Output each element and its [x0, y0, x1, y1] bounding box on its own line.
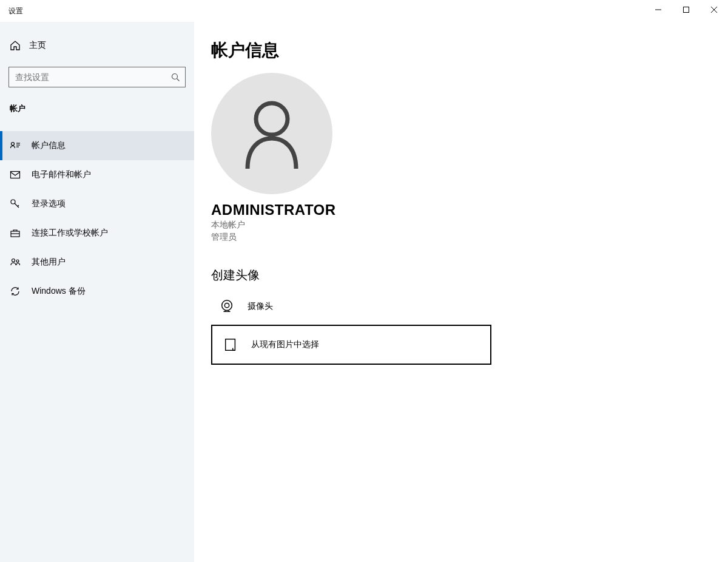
search-box[interactable]	[8, 67, 186, 87]
minimize-icon	[655, 7, 661, 13]
nav-label: 其他用户	[32, 257, 66, 268]
window-controls	[644, 0, 728, 19]
home-label: 主页	[29, 40, 46, 51]
key-icon	[10, 198, 21, 209]
username: ADMINISTRATOR	[211, 201, 728, 218]
nav-label: 连接工作或学校帐户	[32, 228, 108, 239]
browse-icon	[223, 337, 238, 352]
nav-signin-options[interactable]: 登录选项	[0, 189, 194, 218]
maximize-button[interactable]	[672, 0, 700, 19]
category-label: 帐户	[0, 87, 194, 120]
camera-option[interactable]: 摄像头	[211, 292, 728, 321]
account-role: 管理员	[211, 232, 728, 243]
svg-rect-10	[11, 172, 20, 178]
svg-point-16	[12, 259, 15, 262]
svg-point-20	[224, 303, 229, 307]
person-card-icon	[10, 140, 21, 151]
nav-label: 电子邮件和帐户	[32, 169, 91, 180]
home-button[interactable]: 主页	[0, 35, 194, 56]
close-icon	[711, 7, 717, 13]
browse-option[interactable]: 从现有图片中选择	[211, 325, 491, 365]
page-heading: 帐户信息	[211, 39, 728, 62]
nav-label: 帐户信息	[32, 140, 66, 151]
nav-work-school[interactable]: 连接工作或学校帐户	[0, 218, 194, 248]
titlebar: 设置	[0, 0, 728, 22]
sidebar: 主页 帐户 帐户信息 电子邮件和帐户	[0, 22, 194, 562]
account-type: 本地帐户	[211, 220, 728, 231]
avatar	[211, 73, 332, 194]
svg-point-6	[12, 143, 15, 146]
people-icon	[10, 257, 21, 268]
nav-label: 登录选项	[32, 198, 66, 209]
nav-label: Windows 备份	[32, 286, 86, 297]
svg-rect-21	[226, 339, 235, 350]
search-icon	[166, 73, 185, 82]
create-avatar-title: 创建头像	[211, 267, 728, 283]
svg-line-13	[18, 205, 19, 206]
browse-label: 从现有图片中选择	[251, 339, 319, 350]
nav-other-users[interactable]: 其他用户	[0, 248, 194, 277]
nav-account-info[interactable]: 帐户信息	[0, 131, 194, 160]
maximize-icon	[683, 7, 689, 13]
svg-rect-1	[684, 7, 689, 13]
nav-list: 帐户信息 电子邮件和帐户 登录选项 连接工作或学校帐户	[0, 131, 194, 306]
camera-icon	[220, 299, 234, 314]
search-input[interactable]	[9, 72, 166, 82]
close-button[interactable]	[700, 0, 728, 19]
svg-line-5	[177, 78, 179, 81]
svg-point-4	[172, 73, 177, 79]
mail-icon	[10, 169, 21, 180]
home-icon	[10, 40, 21, 51]
window-title: 设置	[8, 6, 23, 16]
minimize-button[interactable]	[644, 0, 672, 19]
nav-email-accounts[interactable]: 电子邮件和帐户	[0, 160, 194, 189]
svg-point-11	[11, 200, 15, 204]
svg-point-19	[222, 300, 232, 311]
person-icon	[238, 97, 305, 170]
sync-icon	[10, 286, 21, 297]
svg-point-17	[16, 260, 19, 262]
svg-point-18	[256, 103, 288, 135]
camera-label: 摄像头	[248, 301, 273, 312]
content: 帐户信息 ADMINISTRATOR 本地帐户 管理员 创建头像 摄像头 从现有…	[194, 22, 728, 562]
nav-windows-backup[interactable]: Windows 备份	[0, 277, 194, 306]
briefcase-icon	[10, 228, 21, 239]
